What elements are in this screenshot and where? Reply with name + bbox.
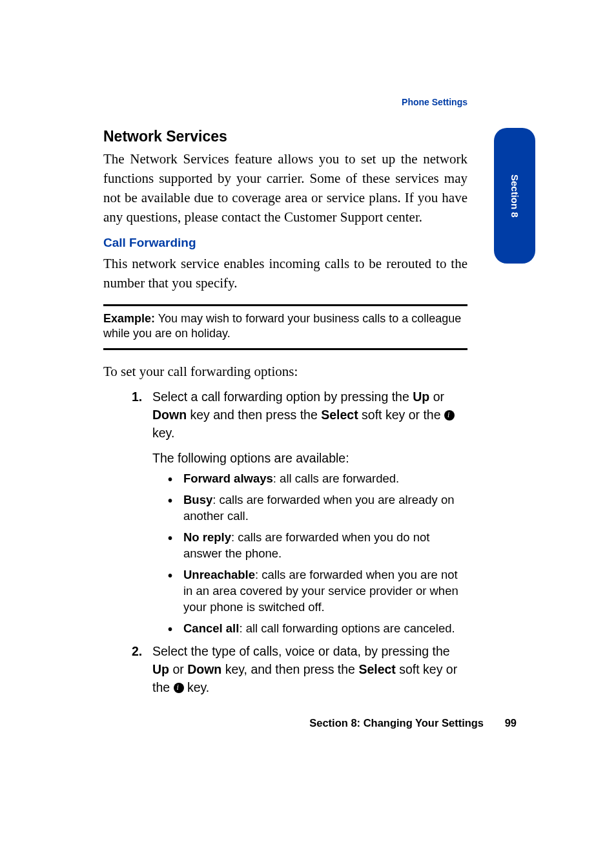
running-header: Phone Settings xyxy=(0,97,467,107)
option-name: Unreachable xyxy=(183,568,255,581)
heading-network-services: Network Services xyxy=(103,128,467,145)
step-text: or xyxy=(169,662,187,676)
call-forwarding-desc: This network service enables incoming ca… xyxy=(103,254,467,293)
option-desc: : calls are forwarded when you are alrea… xyxy=(183,493,455,523)
content-column: Network Services The Network Services fe… xyxy=(103,128,467,696)
option-cancel-all: Cancel all: all call forwarding options … xyxy=(168,621,467,637)
key-select: Select xyxy=(358,662,395,676)
option-desc: : all call forwarding options are cancel… xyxy=(239,621,455,635)
option-name: No reply xyxy=(183,530,231,544)
example-box: Example: You may wish to forward your bu… xyxy=(103,304,467,350)
option-name: Cancel all xyxy=(183,621,239,635)
step-text: or xyxy=(429,390,444,404)
step-text: key and then press the xyxy=(187,408,321,422)
step-text: Select a call forwarding option by press… xyxy=(152,390,413,404)
page-footer: Section 8: Changing Your Settings 99 xyxy=(0,717,517,729)
intro-paragraph: The Network Services feature allows you … xyxy=(103,149,467,227)
key-down: Down xyxy=(187,662,221,676)
option-name: Busy xyxy=(183,493,212,506)
page-number: 99 xyxy=(505,717,517,729)
ok-key-icon xyxy=(174,683,184,693)
heading-call-forwarding: Call Forwarding xyxy=(103,236,467,250)
key-up: Up xyxy=(413,390,429,404)
key-down: Down xyxy=(152,408,187,422)
option-name: Forward always xyxy=(183,472,273,485)
step-text: Select the type of calls, voice or data,… xyxy=(152,644,450,658)
section-tab-label: Section 8 xyxy=(509,174,520,218)
section-tab: Section 8 xyxy=(494,128,535,264)
lead-sentence: To set your call forwarding options: xyxy=(103,362,467,381)
example-label: Example: xyxy=(103,312,155,325)
step-text: key, and then press the xyxy=(221,662,358,676)
options-list: Forward always: all calls are forwarded.… xyxy=(168,471,467,637)
steps-list: Select a call forwarding option by press… xyxy=(103,388,467,697)
page: Phone Settings Section 8 Network Service… xyxy=(0,0,616,852)
option-busy: Busy: calls are forwarded when you are a… xyxy=(168,492,467,525)
option-unreachable: Unreachable: calls are forwarded when yo… xyxy=(168,567,467,616)
step-text: soft key or the xyxy=(358,408,444,422)
step-1: Select a call forwarding option by press… xyxy=(103,388,467,637)
option-no-reply: No reply: calls are forwarded when you d… xyxy=(168,530,467,562)
step-2: Select the type of calls, voice or data,… xyxy=(103,642,467,697)
option-desc: : all calls are forwarded. xyxy=(273,472,399,485)
step-1-subpara: The following options are available: xyxy=(152,449,467,467)
ok-key-icon xyxy=(444,410,455,421)
example-text: You may wish to forward your business ca… xyxy=(103,312,461,340)
step-text: key. xyxy=(184,680,210,694)
step-text: key. xyxy=(152,426,174,440)
key-up: Up xyxy=(152,662,169,676)
option-forward-always: Forward always: all calls are forwarded. xyxy=(168,471,467,487)
footer-section-label: Section 8: Changing Your Settings xyxy=(309,717,484,729)
key-select: Select xyxy=(321,408,358,422)
